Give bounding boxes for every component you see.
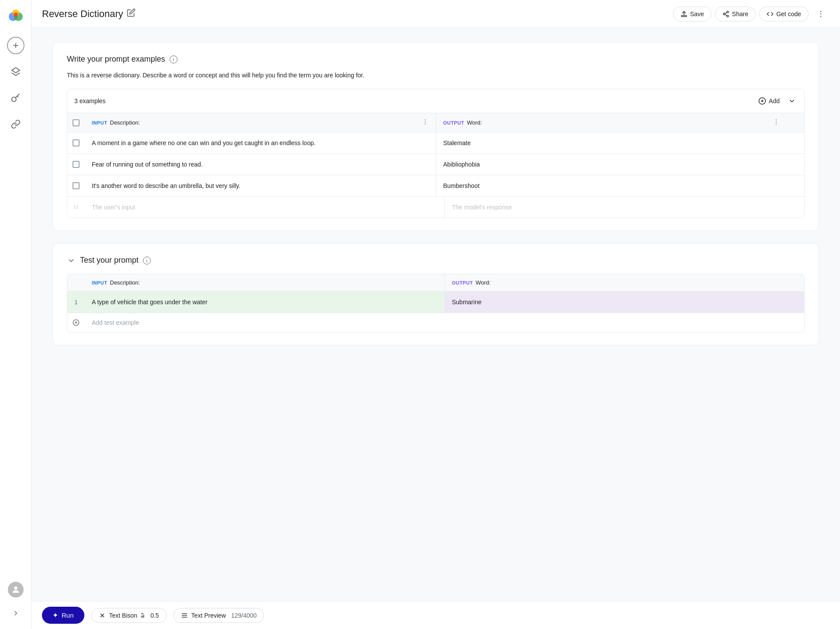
preview-lines-icon bbox=[181, 612, 188, 619]
table-row: It's another word to describe an umbrell… bbox=[67, 175, 804, 197]
sidebar-expand-arrow[interactable] bbox=[7, 605, 24, 622]
svg-rect-9 bbox=[681, 15, 687, 17]
svg-point-22 bbox=[425, 122, 426, 122]
row-2-checkbox[interactable] bbox=[67, 154, 85, 175]
row-1-checkbox[interactable] bbox=[67, 132, 85, 153]
user-avatar[interactable] bbox=[8, 582, 24, 598]
header-checkbox[interactable] bbox=[73, 119, 80, 126]
output-col-header: OUTPUT Word: bbox=[436, 113, 787, 132]
get-code-label: Get code bbox=[776, 10, 801, 17]
placeholder-row: The user's input The model's response bbox=[67, 197, 804, 218]
svg-point-12 bbox=[727, 15, 729, 17]
add-new-icon[interactable] bbox=[7, 37, 24, 54]
input-col-name: Description: bbox=[110, 119, 140, 126]
output-col-more[interactable] bbox=[773, 118, 780, 127]
save-label: Save bbox=[690, 10, 704, 17]
placeholder-output[interactable]: The model's response bbox=[444, 197, 804, 218]
svg-point-26 bbox=[776, 124, 777, 125]
row-3-checkbox[interactable] bbox=[67, 175, 85, 196]
input-col-more[interactable] bbox=[422, 118, 429, 127]
add-test-example-row[interactable]: Add test example bbox=[67, 313, 804, 332]
row-3-output[interactable]: Bumbershoot bbox=[436, 175, 787, 196]
test-input-header: INPUT Description: bbox=[85, 274, 444, 291]
run-sparkle-icon: ✦ bbox=[52, 611, 58, 619]
save-button[interactable]: Save bbox=[673, 7, 712, 21]
run-button[interactable]: ✦ Run bbox=[42, 607, 84, 624]
test-info-icon[interactable]: i bbox=[143, 257, 151, 264]
examples-count: 3 examples bbox=[74, 97, 751, 104]
svg-point-25 bbox=[776, 122, 777, 122]
prompt-description: This is a reverse dictionary. Describe a… bbox=[67, 71, 805, 80]
model-selector[interactable]: Text Bison 0.5 bbox=[91, 608, 167, 623]
key-icon[interactable] bbox=[7, 89, 24, 107]
row-1-input[interactable]: A moment in a game where no one can win … bbox=[85, 132, 436, 153]
test-input-value[interactable]: A type of vehicle that goes under the wa… bbox=[85, 292, 444, 313]
test-row-number: 1 bbox=[67, 292, 85, 313]
share-button[interactable]: Share bbox=[715, 7, 756, 21]
examples-table: 3 examples Add bbox=[67, 89, 805, 218]
svg-point-17 bbox=[820, 16, 822, 17]
test-data-row: 1 A type of vehicle that goes under the … bbox=[67, 292, 804, 313]
add-test-icon[interactable] bbox=[67, 313, 85, 332]
row-3-input[interactable]: It's another word to describe an umbrell… bbox=[85, 175, 436, 196]
more-options-button[interactable] bbox=[812, 5, 830, 23]
layers-icon[interactable] bbox=[7, 63, 24, 80]
content-area: Write your prompt examples i This is a r… bbox=[31, 28, 840, 601]
svg-point-15 bbox=[820, 10, 822, 12]
model-x-icon bbox=[99, 612, 106, 619]
test-section-title: Test your prompt i bbox=[67, 256, 805, 265]
edit-title-icon[interactable] bbox=[127, 8, 135, 19]
svg-point-31 bbox=[74, 208, 75, 209]
svg-point-30 bbox=[77, 207, 78, 208]
add-example-button[interactable]: Add bbox=[751, 94, 787, 108]
placeholder-input[interactable]: The user's input bbox=[85, 197, 444, 218]
svg-point-23 bbox=[425, 124, 426, 125]
row-1-output[interactable]: Stalemate bbox=[436, 132, 787, 153]
prompt-examples-section: Write your prompt examples i This is a r… bbox=[52, 42, 819, 231]
svg-point-32 bbox=[77, 208, 78, 209]
svg-point-29 bbox=[74, 207, 75, 208]
app-logo[interactable] bbox=[7, 7, 24, 24]
page-title: Reverse Dictionary bbox=[42, 8, 123, 20]
text-preview-button[interactable]: Text Preview 129/4000 bbox=[174, 608, 264, 623]
svg-point-8 bbox=[14, 587, 17, 590]
select-all-checkbox[interactable] bbox=[67, 113, 85, 132]
checkbox-2[interactable] bbox=[73, 161, 80, 168]
checkbox-1[interactable] bbox=[73, 139, 80, 146]
svg-point-11 bbox=[723, 13, 725, 15]
test-input-col: Description: bbox=[110, 279, 140, 286]
prompt-info-icon[interactable]: i bbox=[170, 56, 177, 63]
test-heading: Test your prompt bbox=[80, 256, 139, 265]
bottom-bar: ✦ Run Text Bison 0.5 Text Preview bbox=[31, 601, 840, 629]
svg-point-10 bbox=[727, 11, 729, 13]
header-actions: Save Share Get code bbox=[673, 5, 830, 23]
preview-label: Text Preview bbox=[191, 612, 226, 619]
test-output-value[interactable]: Submarine bbox=[444, 292, 804, 313]
svg-point-28 bbox=[77, 205, 78, 206]
main-area: Reverse Dictionary Save bbox=[31, 0, 840, 629]
add-chevron-button[interactable] bbox=[787, 96, 797, 106]
output-label: OUTPUT bbox=[443, 120, 464, 125]
add-test-example-text[interactable]: Add test example bbox=[85, 313, 804, 332]
collapse-icon[interactable] bbox=[67, 256, 76, 265]
checkbox-3[interactable] bbox=[73, 182, 80, 189]
temperature-value: 0.5 bbox=[150, 612, 159, 619]
svg-line-13 bbox=[725, 14, 727, 16]
row-2-input[interactable]: Fear of running out of something to read… bbox=[85, 154, 436, 175]
svg-line-14 bbox=[725, 12, 727, 14]
test-output-header: OUTPUT Word: bbox=[444, 274, 804, 291]
svg-point-21 bbox=[425, 119, 426, 120]
header-title-area: Reverse Dictionary bbox=[42, 8, 673, 20]
row-2-output[interactable]: Abibliophobia bbox=[436, 154, 787, 175]
test-output-col: Word: bbox=[476, 279, 490, 286]
add-circle-icon bbox=[758, 97, 766, 105]
svg-point-27 bbox=[74, 205, 75, 206]
output-col-name: Word: bbox=[467, 119, 482, 126]
link-icon[interactable] bbox=[7, 115, 24, 133]
table-header-row: 3 examples Add bbox=[67, 89, 804, 113]
input-label: INPUT bbox=[92, 120, 108, 125]
test-output-label: OUTPUT bbox=[452, 280, 473, 285]
test-header-spacer bbox=[67, 274, 85, 291]
get-code-button[interactable]: Get code bbox=[759, 7, 809, 21]
svg-point-7 bbox=[11, 97, 16, 101]
